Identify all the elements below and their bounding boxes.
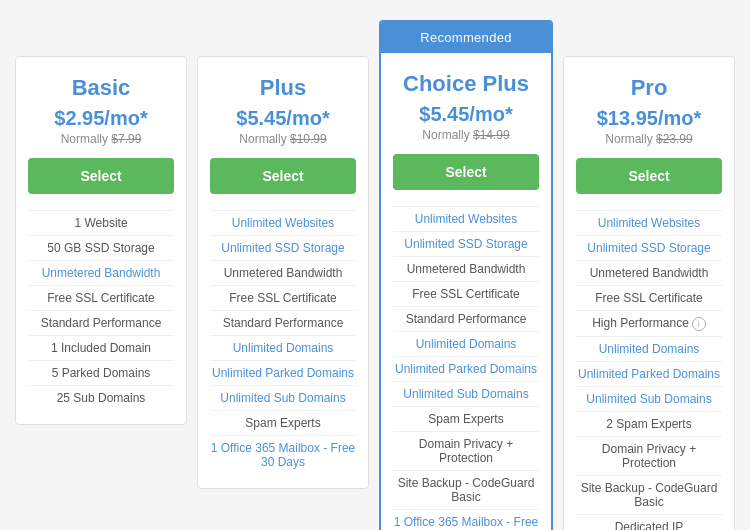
feature-list-basic: 1 Website50 GB SSD StorageUnmetered Band… xyxy=(28,210,174,410)
feature-item: Standard Performance xyxy=(210,310,356,335)
feature-item: 1 Office 365 Mailbox - Free 30 Days xyxy=(393,509,539,530)
plan-body-plus: Plus$5.45/mo*Normally $10.99SelectUnlimi… xyxy=(198,57,368,488)
plan-name-pro: Pro xyxy=(576,75,722,101)
feature-item: Unlimited Sub Domains xyxy=(393,381,539,406)
feature-item: Unlimited SSD Storage xyxy=(576,235,722,260)
feature-item: Standard Performance xyxy=(28,310,174,335)
feature-list-pro: Unlimited WebsitesUnlimited SSD StorageU… xyxy=(576,210,722,530)
feature-item: Unmetered Bandwidth xyxy=(576,260,722,285)
plan-price-basic: $2.95/mo* xyxy=(28,107,174,130)
plan-card-basic: Basic$2.95/mo*Normally $7.99Select1 Webs… xyxy=(15,56,187,425)
feature-item: Unlimited SSD Storage xyxy=(210,235,356,260)
feature-item: Unlimited Websites xyxy=(210,210,356,235)
plan-body-choice-plus: Choice Plus$5.45/mo*Normally $14.99Selec… xyxy=(381,53,551,530)
select-button-plus[interactable]: Select xyxy=(210,158,356,194)
feature-item: Spam Experts xyxy=(210,410,356,435)
plan-name-basic: Basic xyxy=(28,75,174,101)
feature-item: Free SSL Certificate xyxy=(393,281,539,306)
feature-item: Unlimited SSD Storage xyxy=(393,231,539,256)
feature-item: Standard Performance xyxy=(393,306,539,331)
plan-card-plus: Plus$5.45/mo*Normally $10.99SelectUnlimi… xyxy=(197,56,369,489)
plan-normal-price-plus: Normally $10.99 xyxy=(210,132,356,146)
recommended-badge: Recommended xyxy=(381,22,551,53)
select-button-pro[interactable]: Select xyxy=(576,158,722,194)
feature-item: Unlimited Websites xyxy=(576,210,722,235)
feature-item: 2 Spam Experts xyxy=(576,411,722,436)
plan-card-choice-plus: RecommendedChoice Plus$5.45/mo*Normally … xyxy=(379,20,553,530)
feature-item: Site Backup - CodeGuard Basic xyxy=(576,475,722,514)
info-icon[interactable]: i xyxy=(692,317,706,331)
feature-item: 25 Sub Domains xyxy=(28,385,174,410)
feature-item: Unlimited Domains xyxy=(576,336,722,361)
feature-item: Site Backup - CodeGuard Basic xyxy=(393,470,539,509)
feature-list-plus: Unlimited WebsitesUnlimited SSD StorageU… xyxy=(210,210,356,474)
plan-normal-price-basic: Normally $7.99 xyxy=(28,132,174,146)
feature-item: 1 Office 365 Mailbox - Free 30 Days xyxy=(210,435,356,474)
feature-item: Unlimited Parked Domains xyxy=(576,361,722,386)
pricing-container: Basic$2.95/mo*Normally $7.99Select1 Webs… xyxy=(0,0,750,530)
select-button-basic[interactable]: Select xyxy=(28,158,174,194)
plan-normal-price-pro: Normally $23.99 xyxy=(576,132,722,146)
feature-item: 1 Included Domain xyxy=(28,335,174,360)
feature-item: Unlimited Sub Domains xyxy=(576,386,722,411)
feature-item: Dedicated IP xyxy=(576,514,722,530)
plan-price-plus: $5.45/mo* xyxy=(210,107,356,130)
plan-name-plus: Plus xyxy=(210,75,356,101)
feature-item: Free SSL Certificate xyxy=(576,285,722,310)
feature-item: 5 Parked Domains xyxy=(28,360,174,385)
plan-body-pro: Pro$13.95/mo*Normally $23.99SelectUnlimi… xyxy=(564,57,734,530)
feature-item: High Performancei xyxy=(576,310,722,336)
feature-item: Unmetered Bandwidth xyxy=(210,260,356,285)
feature-item: Unlimited Domains xyxy=(210,335,356,360)
feature-item: Unlimited Domains xyxy=(393,331,539,356)
feature-item: Domain Privacy + Protection xyxy=(393,431,539,470)
feature-list-choice-plus: Unlimited WebsitesUnlimited SSD StorageU… xyxy=(393,206,539,530)
feature-item: 1 Website xyxy=(28,210,174,235)
feature-item: Free SSL Certificate xyxy=(28,285,174,310)
feature-item: Unlimited Parked Domains xyxy=(393,356,539,381)
feature-item: Unlimited Websites xyxy=(393,206,539,231)
feature-item: Domain Privacy + Protection xyxy=(576,436,722,475)
feature-item: Free SSL Certificate xyxy=(210,285,356,310)
plan-normal-price-choice-plus: Normally $14.99 xyxy=(393,128,539,142)
feature-item: Spam Experts xyxy=(393,406,539,431)
select-button-choice-plus[interactable]: Select xyxy=(393,154,539,190)
feature-item: Unlimited Sub Domains xyxy=(210,385,356,410)
feature-item: Unlimited Parked Domains xyxy=(210,360,356,385)
plan-card-pro: Pro$13.95/mo*Normally $23.99SelectUnlimi… xyxy=(563,56,735,530)
plan-name-choice-plus: Choice Plus xyxy=(393,71,539,97)
plan-body-basic: Basic$2.95/mo*Normally $7.99Select1 Webs… xyxy=(16,57,186,424)
feature-item: Unmetered Bandwidth xyxy=(28,260,174,285)
plan-price-pro: $13.95/mo* xyxy=(576,107,722,130)
feature-item: Unmetered Bandwidth xyxy=(393,256,539,281)
feature-item: 50 GB SSD Storage xyxy=(28,235,174,260)
plan-price-choice-plus: $5.45/mo* xyxy=(393,103,539,126)
